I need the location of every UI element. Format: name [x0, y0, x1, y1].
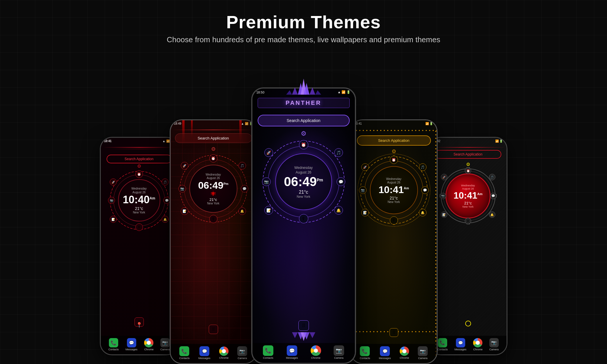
p1-search-button[interactable]: Search Application	[107, 155, 172, 163]
p3-clock-day: Wednesday	[294, 165, 313, 169]
p2-clock-time: 06:49Pm	[198, 180, 228, 190]
p2-camera-icon: 📷	[237, 346, 247, 356]
p5-dock: 📞 Contacts 💬 Messages Chrome 📷 Camera	[430, 336, 507, 354]
p3-app-grid[interactable]: ⠿	[298, 320, 309, 331]
p5-messages-label: Messages	[454, 348, 466, 351]
p2-gear-icon: ⚙	[211, 146, 216, 152]
p5-contacts-icon: 📞	[438, 338, 447, 347]
p1-contacts-label: Contacts	[108, 348, 119, 351]
p2-time: 18:49	[174, 122, 181, 125]
p4-app-grid[interactable]: ⠿	[390, 328, 398, 337]
phone-1-wrapper: 10:41 ▲ 📶 🔋 Search Application ⚙	[100, 137, 178, 355]
p1-messages-label: Messages	[125, 348, 137, 351]
p4-contacts-label: Contacts	[360, 357, 370, 360]
p4-camera-icon: 📷	[418, 346, 428, 356]
p3-orbit-msg: 💬	[337, 177, 345, 186]
p4-orbit-note: 📝	[361, 209, 369, 216]
p4-clock-date: August 26	[387, 181, 400, 184]
p2-ampm: Pm	[223, 182, 228, 185]
p2-dock-contacts[interactable]: 📞 Contacts	[179, 346, 190, 360]
p2-search-button[interactable]: Search Application	[175, 133, 252, 143]
p2-chrome-icon	[219, 347, 229, 356]
p5-ampm: Am	[477, 192, 483, 195]
p5-dock-messages[interactable]: 💬 Messages	[454, 338, 466, 351]
p4-orbit-bell: 🔔	[419, 209, 427, 216]
p3-ampm: Pm	[317, 177, 323, 182]
p2-dock-chrome[interactable]: Chrome	[219, 347, 229, 359]
p3-messages-label: Messages	[286, 356, 298, 359]
p3-signal: ▲ 📶 🔋	[338, 90, 351, 94]
p4-dock-contacts[interactable]: 📞 Contacts	[360, 346, 370, 360]
p1-orbit-note: 📝	[110, 216, 117, 223]
p1-dock-camera[interactable]: 📷 Camera	[160, 338, 170, 351]
p5-clock-day: Wednesday	[461, 184, 475, 187]
p2-clock-face: Wednesday August 26 06:49Pm 🕷 21°c New Y…	[189, 165, 237, 213]
p2-dock-messages[interactable]: 💬 Messages	[199, 346, 210, 360]
p3-temp: 21°c	[299, 189, 308, 195]
p3-chrome-label: Chrome	[311, 356, 321, 359]
p3-dock: 📞 Contacts 💬 Messages Chrome 📷 Camera	[252, 343, 355, 363]
p1-dock-messages[interactable]: 💬 Messages	[125, 338, 137, 351]
p2-messages-icon: 💬	[199, 346, 209, 356]
p2-app-grid[interactable]: ⠿	[209, 325, 218, 334]
p5-city: New York	[462, 205, 473, 208]
p1-dock-chrome[interactable]: Chrome	[144, 338, 153, 351]
p4-search-button[interactable]: Search Application	[357, 135, 431, 146]
svg-marker-18	[309, 332, 315, 338]
p5-clock-time: 10:41Am	[454, 190, 483, 200]
p3-clock-time: 06:49Pm	[284, 175, 323, 188]
p2-orbit-cam: 📷	[178, 185, 186, 192]
p4-messages-label: Messages	[379, 357, 391, 360]
p2-chrome-label: Chrome	[219, 356, 229, 359]
phone-4-frame: 10:41 📶 🔋 Search Application ⚙	[350, 119, 438, 364]
p4-orbit-msg: 💬	[421, 186, 429, 194]
p3-dock-messages[interactable]: 💬 Messages	[286, 345, 298, 359]
p2-orbit-note: 📝	[181, 207, 188, 215]
p5-dock-camera[interactable]: 📷 Camera	[489, 338, 499, 351]
p3-dock-contacts[interactable]: 📞 Contacts	[263, 345, 273, 359]
p2-contacts-label: Contacts	[179, 357, 190, 360]
p2-status-bar: 18:49 ▲ 📶 🔋	[174, 122, 253, 125]
p5-search-button[interactable]: Search Application	[435, 150, 501, 159]
p3-gear-container: ⚙	[252, 130, 355, 137]
p1-clock-day: Wednesday	[131, 187, 147, 190]
p4-dock-chrome[interactable]: Chrome	[400, 347, 409, 359]
p1-camera-icon: 📷	[160, 338, 170, 347]
p2-gear-container: ⚙	[171, 146, 256, 152]
p3-dock-chrome[interactable]: Chrome	[311, 345, 321, 359]
p3-search-button[interactable]: Search Application	[258, 115, 350, 126]
p3-bottom-crystals	[252, 332, 355, 341]
p2-dock-camera[interactable]: 📷 Camera	[237, 346, 247, 360]
p4-dock-camera[interactable]: 📷 Camera	[418, 346, 428, 360]
p4-orbit-alarm: ⏰	[390, 156, 398, 164]
p5-dock-chrome[interactable]: Chrome	[473, 338, 482, 351]
p3-camera-icon: 📷	[334, 345, 344, 356]
p5-dock-contacts[interactable]: 📞 Contacts	[437, 338, 448, 351]
p2-orbit-msg: 💬	[241, 185, 248, 192]
p4-camera-label: Camera	[418, 357, 427, 360]
p4-dock-messages[interactable]: 💬 Messages	[379, 346, 391, 360]
p3-dock-camera[interactable]: 📷 Camera	[334, 345, 344, 359]
p4-chrome-icon	[400, 347, 409, 356]
p4-messages-icon: 💬	[380, 346, 390, 356]
phone-2-screen: 18:49 ▲ 📶 🔋 Search Application ⚙	[171, 120, 256, 363]
p2-city: New York	[207, 202, 219, 205]
phone-3-screen: 18:50 ▲ 📶 🔋 PANTHER Search Application ⚙	[252, 89, 355, 363]
p3-clock-area: ⏰ 🎵 🚀 💬 📷 🔔 📝 🎙 Wednesday August 26 06:4…	[261, 139, 346, 224]
phone-4-wrapper: 10:41 📶 🔋 Search Application ⚙	[350, 119, 438, 364]
p3-clock-face: Wednesday August 26 06:49Pm 21°c New Yor…	[275, 153, 332, 210]
p3-contacts-label: Contacts	[263, 356, 273, 359]
p1-time: 10:41	[104, 139, 112, 143]
p4-search-container: Search Application	[357, 135, 431, 146]
p5-orbit-alarm: ⏰	[465, 167, 471, 174]
svg-marker-7	[292, 87, 298, 95]
phone-1-screen: 10:41 ▲ 📶 🔋 Search Application ⚙	[101, 138, 178, 354]
p1-chrome-icon	[144, 338, 153, 347]
p1-top-line2	[108, 149, 170, 149]
p3-city: New York	[297, 195, 310, 198]
page-header: Premium Themes Choose from hundreds of p…	[0, 0, 607, 44]
p3-bottom-crystal-svg	[275, 332, 333, 341]
p1-status-bar: 10:41 ▲ 📶 🔋	[104, 139, 174, 143]
p1-dock-contacts[interactable]: 📞 Contacts	[108, 338, 119, 351]
p4-temp: 21°c	[390, 195, 398, 200]
